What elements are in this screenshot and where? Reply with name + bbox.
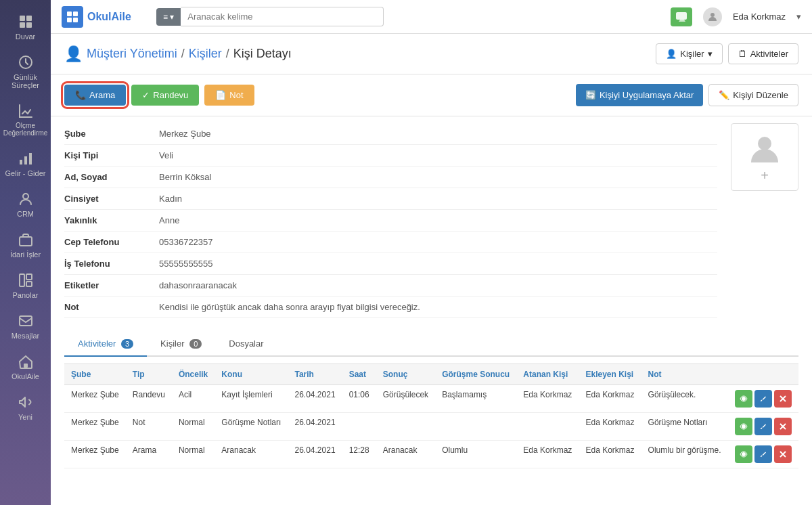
table-cell: Merkez Şube xyxy=(64,441,126,468)
table-cell: Merkez Şube xyxy=(64,413,126,441)
search-bar: ≡ ▾ xyxy=(156,7,427,26)
not-button[interactable]: 📄 Not xyxy=(204,85,254,106)
action-buttons-right: 🔄 Kişiyi Uygulamaya Aktar ✏️ Kişiyi Düze… xyxy=(576,84,798,106)
tab-kisiler[interactable]: Kişiler 0 xyxy=(147,332,215,357)
kisiler-button[interactable]: 👤 Kişiler ▾ xyxy=(656,43,722,64)
table-cell: Arama xyxy=(126,441,172,468)
chat-icon[interactable] xyxy=(671,7,692,26)
sidebar-item-mesajlar[interactable]: Mesajlar xyxy=(0,306,51,347)
sidebar-item-yeni[interactable]: Yeni xyxy=(0,387,51,428)
svg-rect-3 xyxy=(26,22,32,28)
table-row: Merkez ŞubeRandevuAcilKayıt İşlemleri26.… xyxy=(64,385,798,413)
action-buttons-bar: 📞 Arama ✓ Randevu 📄 Not 🔄 Kişiyi Uygulam… xyxy=(51,74,812,116)
delete-row-button[interactable] xyxy=(774,418,792,435)
aktiviteler-icon: 🗒 xyxy=(738,49,747,59)
duzenle-button[interactable]: ✏️ Kişiyi Düzenle xyxy=(708,84,798,106)
view-button[interactable] xyxy=(735,445,752,463)
delete-row-button[interactable] xyxy=(774,390,792,408)
breadcrumb-musteri-yonetimi[interactable]: Müşteri Yönetimi xyxy=(87,47,177,61)
table-action-cell xyxy=(728,385,798,413)
aktiviteler-badge: 3 xyxy=(121,339,133,349)
svg-rect-11 xyxy=(26,274,32,280)
table-cell: 26.04.2021 xyxy=(288,413,342,441)
table-cell: Eda Korkmaz xyxy=(579,441,641,468)
sidebar-item-gunluk-surecler[interactable]: Günlük Süreçler xyxy=(0,47,51,96)
table-cell xyxy=(376,413,435,441)
detail-table: ŞubeMerkez ŞubeKişi TipiVeliAd, SoyadBer… xyxy=(64,123,717,318)
table-cell: Eda Korkmaz xyxy=(516,385,579,413)
delete-row-button[interactable] xyxy=(774,445,792,463)
search-input[interactable] xyxy=(181,7,384,26)
action-buttons-left: 📞 Arama ✓ Randevu 📄 Not xyxy=(64,85,254,106)
table-column-header: Konu xyxy=(215,364,288,385)
sidebar-item-crm[interactable]: CRM xyxy=(0,184,51,225)
search-menu-button[interactable]: ≡ ▾ xyxy=(156,8,181,26)
table-cell xyxy=(342,413,376,441)
table-actions-header xyxy=(728,364,798,385)
randevu-button[interactable]: ✓ Randevu xyxy=(131,85,199,106)
svg-rect-7 xyxy=(29,153,32,164)
svg-rect-12 xyxy=(26,282,32,286)
detail-label: Yakınlık xyxy=(64,215,159,225)
tab-aktiviteler[interactable]: Aktiviteler 3 xyxy=(64,332,147,357)
svg-point-22 xyxy=(742,397,746,401)
svg-rect-18 xyxy=(73,18,78,22)
table-cell: Acil xyxy=(172,385,215,413)
detail-value: Merkez Şube xyxy=(159,129,211,139)
edit-row-button[interactable] xyxy=(754,418,772,435)
calendar-icon: ✓ xyxy=(142,90,150,100)
table-cell: Başlamamış xyxy=(435,385,516,413)
table-cell: Eda Korkmaz xyxy=(579,413,641,441)
sidebar-item-olcme[interactable]: Ölçme Değerlendirme xyxy=(0,96,51,144)
svg-point-25 xyxy=(742,424,746,429)
detail-label: Cep Telefonu xyxy=(64,237,159,247)
breadcrumb-current: Kişi Detayı xyxy=(233,47,292,61)
table-cell xyxy=(516,413,579,441)
table-column-header: Öncelik xyxy=(172,364,215,385)
table-column-header: Tip xyxy=(126,364,172,385)
user-name[interactable]: Eda Korkmaz xyxy=(733,12,786,22)
breadcrumb-kisiler[interactable]: Kişiler xyxy=(189,47,222,61)
table-cell xyxy=(435,413,516,441)
sidebar-item-idari-isler[interactable]: İdari İşler xyxy=(0,225,51,265)
sidebar-item-okulaile[interactable]: OkulAile xyxy=(0,347,51,387)
kisiler-badge: 0 xyxy=(189,339,202,349)
sidebar-item-gelir-gider[interactable]: Gelir - Gider xyxy=(0,144,51,184)
tab-dosyalar[interactable]: Dosyalar xyxy=(215,332,277,357)
view-button[interactable] xyxy=(735,390,752,408)
detail-row: İş Telefonu55555555555 xyxy=(64,253,717,275)
detail-row: CinsiyetKadın xyxy=(64,188,717,210)
refresh-icon: 🔄 xyxy=(585,90,596,100)
clock-icon xyxy=(18,54,34,70)
grid-icon xyxy=(18,14,34,30)
aktar-button[interactable]: 🔄 Kişiyi Uygulamaya Aktar xyxy=(576,84,703,106)
edit-icon: ✏️ xyxy=(719,90,729,100)
aktiviteler-button[interactable]: 🗒 Aktiviteler xyxy=(728,43,798,64)
detail-label: Not xyxy=(64,302,159,312)
table-cell: Normal xyxy=(172,441,215,468)
table-column-header: Saat xyxy=(342,364,376,385)
table-cell: Randevu xyxy=(126,385,172,413)
detail-value: Berrin Köksal xyxy=(159,172,211,182)
svg-rect-19 xyxy=(676,12,687,20)
page-header-actions: 👤 Kişiler ▾ 🗒 Aktiviteler xyxy=(656,43,798,64)
table-column-header: Şube xyxy=(64,364,126,385)
sidebar: Duvar Günlük Süreçler Ölçme Değerlendirm… xyxy=(0,0,51,505)
table-cell: Merkez Şube xyxy=(64,385,126,413)
table-column-header: Sonuç xyxy=(376,364,435,385)
table-column-header: Atanan Kişi xyxy=(516,364,579,385)
view-button[interactable] xyxy=(735,418,752,435)
table-column-header: Tarih xyxy=(288,364,342,385)
detail-row: Ad, SoyadBerrin Köksal xyxy=(64,167,717,188)
svg-rect-15 xyxy=(67,12,72,16)
edit-row-button[interactable] xyxy=(754,445,772,463)
arama-button[interactable]: 📞 Arama xyxy=(64,85,126,106)
avatar-placeholder[interactable]: + xyxy=(731,123,798,191)
chart-icon xyxy=(18,103,34,119)
table-row: Merkez ŞubeAramaNormalAranacak26.04.2021… xyxy=(64,441,798,468)
sidebar-item-panolar[interactable]: Panolar xyxy=(0,265,51,306)
detail-value: Kendisi ile görüştük ancak daha sonra ar… xyxy=(159,302,420,312)
sidebar-item-duvar[interactable]: Duvar xyxy=(0,7,51,47)
user-dropdown-icon[interactable]: ▾ xyxy=(796,12,801,22)
edit-row-button[interactable] xyxy=(754,390,772,408)
